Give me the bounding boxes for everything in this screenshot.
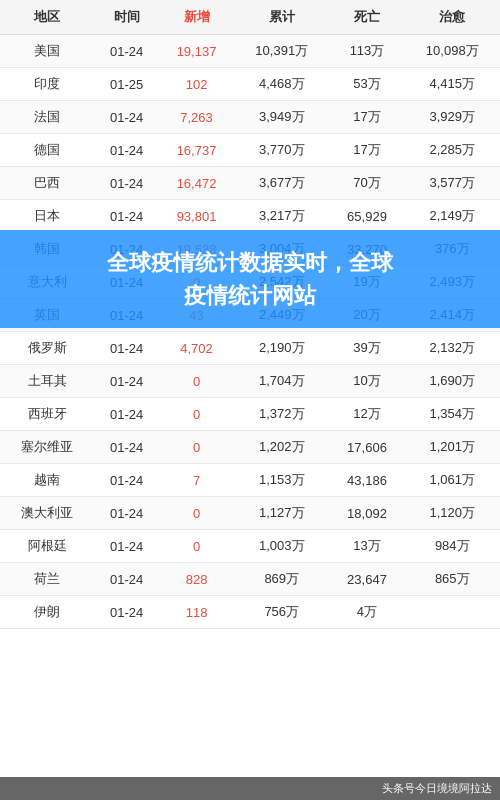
table-row: 西班牙01-2401,372万12万1,354万 [0,398,500,431]
table-row: 越南01-2471,153万43,1861,061万 [0,464,500,497]
table-row: 阿根廷01-2401,003万13万984万 [0,530,500,563]
overlay-banner: 全球疫情统计数据实时，全球 疫情统计网站 [0,230,500,328]
col-date: 时间 [94,0,159,35]
table-row: 美国01-2419,13710,391万113万10,098万 [0,35,500,68]
table-row: 德国01-2416,7373,770万17万2,285万 [0,134,500,167]
footer-text: 头条号今日境境阿拉达 [382,782,492,794]
header-row: 地区 时间 新增 累计 死亡 治愈 [0,0,500,35]
col-death: 死亡 [329,0,404,35]
covid-table-container: 地区 时间 新增 累计 死亡 治愈 美国01-2419,13710,391万11… [0,0,500,629]
table-row: 日本01-2493,8013,217万65,9292,149万 [0,200,500,233]
table-row: 塞尔维亚01-2401,202万17,6061,201万 [0,431,500,464]
table-row: 俄罗斯01-244,7022,190万39万2,132万 [0,332,500,365]
table-row: 印度01-251024,468万53万4,415万 [0,68,500,101]
col-new: 新增 [159,0,234,35]
table-row: 土耳其01-2401,704万10万1,690万 [0,365,500,398]
banner-line1: 全球疫情统计数据实时，全球 [107,250,393,275]
col-region: 地区 [0,0,94,35]
col-total: 累计 [234,0,329,35]
footer-bar: 头条号今日境境阿拉达 [0,777,500,800]
table-row: 巴西01-2416,4723,677万70万3,577万 [0,167,500,200]
table-body: 美国01-2419,13710,391万113万10,098万印度01-2510… [0,35,500,629]
col-recover: 治愈 [404,0,500,35]
banner-line2: 疫情统计网站 [184,283,316,308]
table-row: 法国01-247,2633,949万17万3,929万 [0,101,500,134]
table-row: 澳大利亚01-2401,127万18,0921,120万 [0,497,500,530]
table-row: 伊朗01-24118756万4万 [0,596,500,629]
table-header: 地区 时间 新增 累计 死亡 治愈 [0,0,500,35]
table-row: 荷兰01-24828869万23,647865万 [0,563,500,596]
